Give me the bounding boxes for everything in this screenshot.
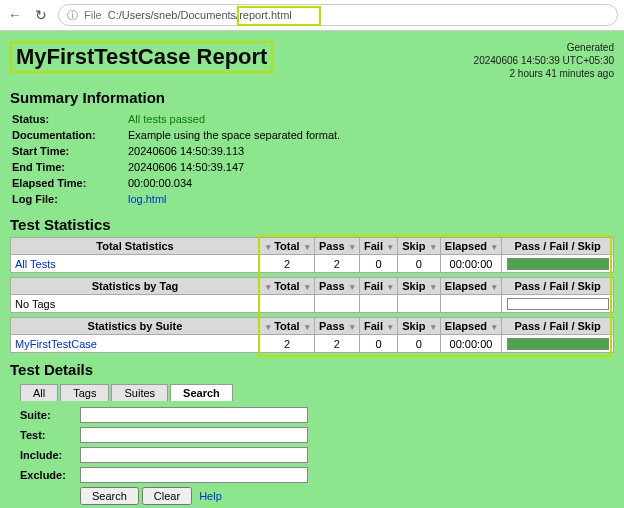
- report-page: MyFirstTestCase Report Generated 2024060…: [0, 31, 624, 508]
- end-value: 20240606 14:50:39.147: [128, 160, 344, 174]
- cell-pass: 2: [314, 255, 359, 273]
- cell-total: 2: [260, 255, 315, 273]
- sort-icon[interactable]: ▾: [388, 242, 393, 252]
- details-heading: Test Details: [10, 361, 614, 378]
- cell-elapsed: 00:00:00: [440, 255, 502, 273]
- generated-label: Generated: [474, 41, 614, 54]
- test-input[interactable]: [80, 427, 308, 443]
- col-fail: Fail ▾: [359, 238, 397, 255]
- doc-value: Example using the space separated format…: [128, 128, 344, 142]
- cell-skip: 0: [398, 255, 441, 273]
- summary-heading: Summary Information: [10, 89, 614, 106]
- page-title: MyFirstTestCase Report: [10, 41, 273, 73]
- address-bar[interactable]: ⓘ File C:/Users/sneb/Documents/ report.h…: [58, 4, 618, 26]
- browser-toolbar: ← ↻ ⓘ File C:/Users/sneb/Documents/ repo…: [0, 0, 624, 31]
- stats-total-label: Total Statistics: [11, 238, 260, 255]
- sort-icon[interactable]: ▾: [305, 242, 310, 252]
- elapsed-value: 00:00:00.034: [128, 176, 344, 190]
- details-tabs: All Tags Suites Search: [20, 384, 614, 401]
- back-button[interactable]: ←: [6, 7, 24, 23]
- tab-all[interactable]: All: [20, 384, 58, 401]
- sort-icon[interactable]: ▾: [492, 242, 497, 252]
- no-tags-cell: No Tags: [11, 295, 260, 313]
- sort-icon[interactable]: ▾: [266, 242, 271, 252]
- info-icon: ⓘ: [67, 8, 78, 23]
- stats-suite-label: Statistics by Suite: [11, 318, 260, 335]
- start-label: Start Time:: [12, 144, 126, 158]
- col-total: ▾ Total ▾: [260, 238, 315, 255]
- tab-suites[interactable]: Suites: [111, 384, 168, 401]
- table-row: No Tags: [11, 295, 614, 313]
- generated-time: 20240606 14:50:39 UTC+05:30: [474, 54, 614, 67]
- reload-button[interactable]: ↻: [32, 7, 50, 23]
- stats-tag-table: Statistics by Tag ▾ Total ▾ Pass ▾ Fail …: [10, 277, 614, 313]
- sort-icon[interactable]: ▾: [431, 242, 436, 252]
- status-value: All tests passed: [128, 112, 344, 126]
- tab-search[interactable]: Search: [170, 384, 233, 401]
- end-label: End Time:: [12, 160, 126, 174]
- include-input[interactable]: [80, 447, 308, 463]
- col-skip: Skip ▾: [398, 238, 441, 255]
- cell-fail: 0: [359, 255, 397, 273]
- col-graph: Pass / Fail / Skip: [502, 238, 614, 255]
- exclude-label: Exclude:: [20, 469, 80, 481]
- status-label: Status:: [12, 112, 126, 126]
- logfile-label: Log File:: [12, 192, 126, 206]
- suite-input[interactable]: [80, 407, 308, 423]
- stats-heading: Test Statistics: [10, 216, 614, 233]
- url-path: C:/Users/sneb/Documents/: [108, 9, 239, 21]
- summary-table: Status: All tests passed Documentation: …: [10, 110, 346, 208]
- search-button[interactable]: Search: [80, 487, 139, 505]
- start-value: 20240606 14:50:39.113: [128, 144, 344, 158]
- sort-icon[interactable]: ▾: [350, 242, 355, 252]
- test-label: Test:: [20, 429, 80, 441]
- cell-graph: [502, 255, 614, 273]
- elapsed-label: Elapsed Time:: [12, 176, 126, 190]
- stats-total-table: Total Statistics ▾ Total ▾ Pass ▾ Fail ▾…: [10, 237, 614, 273]
- url-scheme-label: File: [84, 9, 102, 21]
- table-row: All Tests 2 2 0 0 00:00:00: [11, 255, 614, 273]
- doc-label: Documentation:: [12, 128, 126, 142]
- stats-suite-table: Statistics by Suite ▾ Total ▾ Pass ▾ Fai…: [10, 317, 614, 353]
- suite-label: Suite:: [20, 409, 80, 421]
- help-link[interactable]: Help: [199, 490, 222, 502]
- url-file: report.html: [239, 9, 292, 21]
- logfile-link[interactable]: log.html: [128, 193, 167, 205]
- tab-tags[interactable]: Tags: [60, 384, 109, 401]
- all-tests-link[interactable]: All Tests: [15, 258, 56, 270]
- include-label: Include:: [20, 449, 80, 461]
- stats-tag-label: Statistics by Tag: [11, 278, 260, 295]
- table-row: MyFirstTestCase 2 2 0 0 00:00:00: [11, 335, 614, 353]
- search-form: Suite: Test: Include: Exclude: Search Cl…: [10, 401, 614, 505]
- clear-button[interactable]: Clear: [142, 487, 192, 505]
- suite-link[interactable]: MyFirstTestCase: [15, 338, 97, 350]
- exclude-input[interactable]: [80, 467, 308, 483]
- generated-ago: 2 hours 41 minutes ago: [474, 67, 614, 80]
- col-pass: Pass ▾: [314, 238, 359, 255]
- col-elapsed: Elapsed ▾: [440, 238, 502, 255]
- generated-info: Generated 20240606 14:50:39 UTC+05:30 2 …: [474, 41, 614, 80]
